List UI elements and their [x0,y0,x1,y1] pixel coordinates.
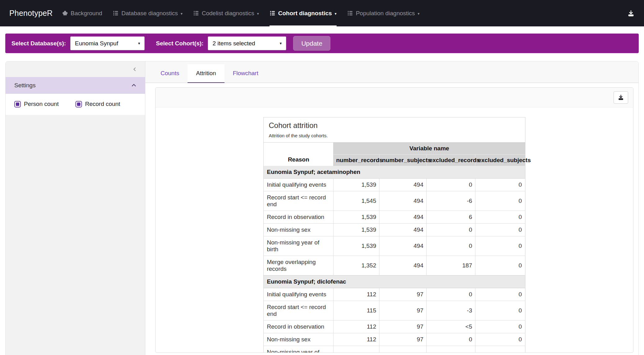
nav-item-label: Population diagnostics [356,10,415,17]
table-row: Non-missing year of birth1,53949400 [264,236,525,256]
value-cell: 112 [333,288,379,301]
results-card: Cohort attrition Attrition of the study … [155,87,633,353]
value-cell: 0 [475,236,525,256]
value-cell: 0 [427,236,475,256]
group-header-row: Eunomia Synpuf; acetaminophen [264,166,525,179]
group-header-row: Eunomia Synpuf; diclofenac [264,275,525,288]
tab-attrition[interactable]: Attrition [188,64,224,83]
checkbox-icon [75,101,82,107]
cohort-select[interactable]: 2 items selected ▾ [208,36,286,50]
top-navbar: PhenotypeR BackgroundDatabase diagnostic… [0,0,644,26]
database-select-value: Eunomia Synpuf [75,40,118,47]
database-select[interactable]: Eunomia Synpuf ▾ [70,36,145,50]
main-panel: CountsAttritionFlowchart [145,61,638,355]
column-spanner: Variable name [333,143,525,155]
value-cell: 0 [427,224,475,236]
table-title: Cohort attrition [269,121,520,130]
value-cell: 1,539 [333,179,379,191]
checkbox-label: Person count [24,101,59,107]
navbar-download-button[interactable] [627,10,635,17]
value-cell: 494 [379,179,427,191]
app-brand: PhenotypeR [9,9,53,18]
value-cell: 1,539 [333,211,379,224]
tab-bar: CountsAttritionFlowchart [145,61,638,83]
download-icon [627,10,635,17]
value-cell: 97 [379,288,427,301]
reason-cell: Record start <= record end [264,301,333,321]
checkbox-person-count[interactable]: Person count [14,101,75,107]
chevron-up-icon [131,82,137,89]
sidebar-empty-area [6,115,145,355]
value-cell: 115 [333,301,379,321]
checkbox-record-count[interactable]: Record count [75,101,137,107]
nav-item-label: Cohort diagnostics [278,10,332,17]
database-select-label: Select Database(s): [11,40,66,47]
nav-item-cohort-diagnostics[interactable]: Cohort diagnostics▾ [270,0,337,26]
value-cell: 6 [427,211,475,224]
nav-item-background[interactable]: Background [62,0,102,26]
caret-down-icon: ▾ [418,11,420,16]
checkbox-label: Record count [85,101,120,107]
reason-cell: Non-missing year of birth [264,236,333,256]
value-cell: 0 [427,333,475,346]
column-header: excluded_subjects [475,155,525,166]
table-row: Non-missing sex1129700 [264,333,525,346]
settings-accordion-title: Settings [14,82,36,89]
reason-cell: Record in observation [264,321,333,333]
value-cell: 1,352 [333,256,379,275]
nav-item-database-diagnostics[interactable]: Database diagnostics▾ [113,0,183,26]
column-header: number_subjects [379,155,427,166]
list-icon [193,10,199,16]
table-title-block: Cohort attrition Attrition of the study … [264,117,525,143]
tab-flowchart[interactable]: Flowchart [224,64,267,83]
stub-column-header: Reason [264,143,333,166]
cohort-select-label: Select Cohort(s): [156,40,203,47]
update-button[interactable]: Update [293,36,330,51]
nav-item-codelist-diagnostics[interactable]: Codelist diagnostics▾ [193,0,259,26]
nav-item-label: Codelist diagnostics [202,10,254,17]
list-icon [347,10,353,16]
sidebar-collapse-button[interactable] [132,66,138,72]
value-cell: 97 [379,333,427,346]
splat-icon [62,10,68,16]
table-row: Record in observation1,53949460 [264,211,525,224]
reason-cell: Merge overlapping records [264,256,333,275]
sidebar-layout: Settings Person countRecord count Counts… [5,61,639,355]
filter-bar: Select Database(s): Eunomia Synpuf ▾ Sel… [5,34,639,53]
value-cell: 1,545 [333,191,379,211]
value-cell: 0 [427,288,475,301]
caret-down-icon: ▾ [280,41,282,46]
table-subtitle: Attrition of the study cohorts. [269,133,520,138]
table-row: Merge overlapping records1,3524941870 [264,256,525,275]
reason-cell: Record start <= record end [264,191,333,211]
table-row: Record in observation11297<50 [264,321,525,333]
table-row: Record start <= record end11597-30 [264,301,525,321]
column-header: number_records [333,155,379,166]
value-cell: 494 [379,211,427,224]
column-header: excluded_records [427,155,475,166]
value-cell: 97 [379,301,427,321]
tab-counts[interactable]: Counts [152,64,188,83]
settings-accordion-header[interactable]: Settings [6,77,145,94]
table-download-button[interactable] [614,91,628,104]
caret-down-icon: ▾ [181,11,183,16]
value-cell: 494 [379,191,427,211]
reason-cell: Non-missing sex [264,333,333,346]
value-cell: 494 [379,224,427,236]
reason-cell: Non-missing year of birth [264,346,333,353]
nav-item-population-diagnostics[interactable]: Population diagnostics▾ [347,0,420,26]
sidebar: Settings Person countRecord count [6,61,145,355]
value-cell: -6 [427,191,475,211]
main-nav: BackgroundDatabase diagnostics▾Codelist … [62,0,420,26]
sidebar-header [6,61,145,77]
reason-cell: Non-missing sex [264,224,333,236]
chevron-left-icon [132,66,138,72]
caret-down-icon: ▾ [138,41,140,46]
group-label: Eunomia Synpuf; acetaminophen [264,166,525,179]
value-cell: 0 [475,301,525,321]
table-row: Initial qualifying events1129700 [264,288,525,301]
value-cell: 0 [475,224,525,236]
reason-cell: Record in observation [264,211,333,224]
table-row: Initial qualifying events1,53949400 [264,179,525,191]
tab-content: Cohort attrition Attrition of the study … [145,83,638,355]
